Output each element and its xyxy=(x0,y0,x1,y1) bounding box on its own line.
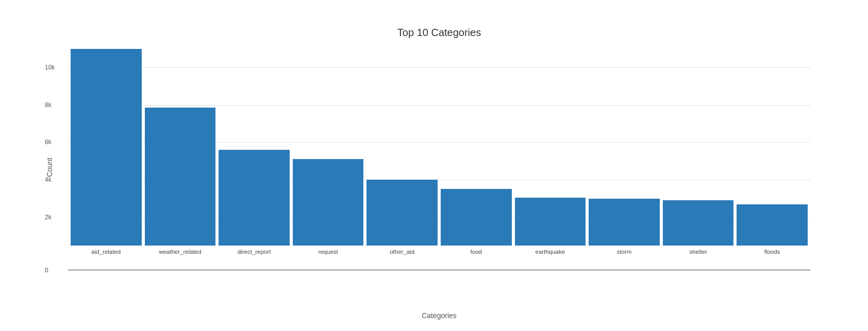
bar-other_aid xyxy=(366,180,438,245)
x-axis-line xyxy=(68,270,810,270)
bar-label-food: food xyxy=(471,249,482,255)
bar-group: earthquake xyxy=(515,49,586,255)
bars-row: aid_relatedweather_relateddirect_reportr… xyxy=(68,49,810,255)
bar-shelter xyxy=(663,200,734,245)
bar-label-aid_related: aid_related xyxy=(91,249,121,255)
chart-container: Top 10 Categories Count 10k8k6k4k2k0aid_… xyxy=(27,11,841,320)
bar-label-floods: floods xyxy=(764,249,780,255)
y-axis-label: Count xyxy=(45,158,54,177)
bar-label-direct_report: direct_report xyxy=(238,249,271,255)
bar-group: request xyxy=(293,49,364,255)
chart-title: Top 10 Categories xyxy=(68,27,810,39)
bar-storm xyxy=(589,199,660,246)
bar-group: food xyxy=(441,49,512,255)
y-tick-label: 8k xyxy=(45,101,52,109)
y-tick-label: 4k xyxy=(45,176,52,183)
bar-group: aid_related xyxy=(71,49,142,255)
bar-label-storm: storm xyxy=(617,249,632,255)
bar-label-request: request xyxy=(318,249,338,255)
bar-label-other_aid: other_aid xyxy=(390,249,414,255)
bar-group: storm xyxy=(589,49,660,255)
grid-and-bars: 10k8k6k4k2k0aid_relatedweather_relateddi… xyxy=(68,49,810,286)
y-tick-label: 6k xyxy=(45,138,52,146)
bar-request xyxy=(293,159,364,245)
bar-aid_related xyxy=(71,49,142,246)
y-tick-label: 10k xyxy=(45,64,55,71)
bar-weather_related xyxy=(145,108,216,245)
bar-group: shelter xyxy=(663,49,734,255)
bar-group: other_aid xyxy=(366,49,438,255)
bar-label-earthquake: earthquake xyxy=(536,249,565,255)
bar-direct_report xyxy=(219,150,290,245)
x-axis-label: Categories xyxy=(68,311,810,320)
bar-group: weather_related xyxy=(145,49,216,255)
bar-label-weather_related: weather_related xyxy=(159,249,201,255)
bar-floods xyxy=(737,204,808,246)
bar-group: direct_report xyxy=(219,49,290,255)
y-tick-zero-label: 0 xyxy=(45,267,48,274)
y-tick-label: 2k xyxy=(45,214,52,221)
chart-area: Count 10k8k6k4k2k0aid_relatedweather_rel… xyxy=(68,49,810,286)
bar-label-shelter: shelter xyxy=(689,249,707,255)
bar-food xyxy=(441,189,512,245)
bar-earthquake xyxy=(515,198,586,246)
bar-group: floods xyxy=(737,49,808,255)
